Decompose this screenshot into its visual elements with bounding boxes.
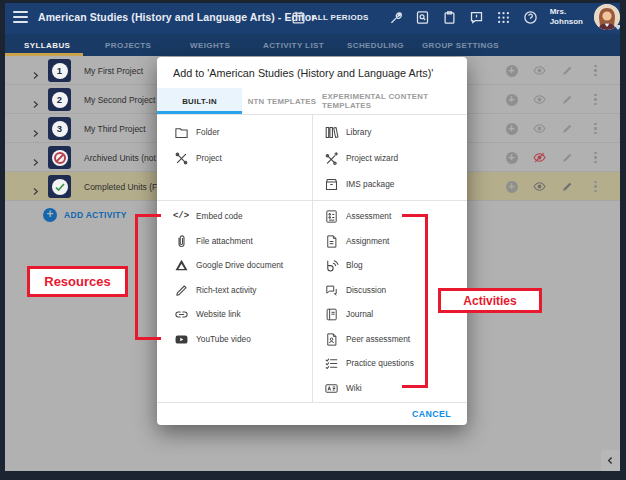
user-name[interactable]: Mrs. Johnson	[550, 7, 583, 27]
modal-item-practice-questions[interactable]: Practice questions	[312, 351, 462, 375]
add-icon[interactable]: +	[505, 122, 518, 135]
visibility-off-icon[interactable]	[533, 151, 546, 164]
modal-item-project[interactable]: Project	[157, 146, 307, 170]
modal-item-ims-package[interactable]: IMS package	[312, 172, 462, 196]
modal-item-label: YouTube video	[196, 334, 251, 344]
chevron-right-icon[interactable]	[31, 124, 40, 133]
visibility-eye-icon[interactable]	[533, 93, 546, 106]
modal-item-folder[interactable]: Folder	[157, 120, 307, 144]
edit-pencil-icon[interactable]	[561, 64, 574, 77]
books-icon	[323, 124, 339, 140]
user-avatar[interactable]	[594, 4, 620, 30]
add-icon[interactable]: +	[505, 64, 518, 77]
more-options-icon[interactable]	[589, 180, 602, 193]
blog-broadcast-icon	[323, 257, 339, 273]
chevron-right-icon[interactable]	[31, 66, 40, 75]
tab-experimental-content-templates[interactable]: EXPERIMENTAL CONTENT TEMPLATES	[322, 88, 467, 114]
help-icon[interactable]	[523, 9, 539, 25]
edit-pencil-icon[interactable]	[561, 93, 574, 106]
modal-item-label: Folder	[196, 127, 220, 137]
add-icon[interactable]: +	[505, 180, 518, 193]
check-list-icon	[323, 355, 339, 371]
check-icon	[52, 179, 68, 195]
modal-item-assessment[interactable]: Assessment	[312, 204, 462, 228]
activities-bracket-tick-bottom	[402, 385, 428, 388]
header-actions: ALL PERIODS Mrs. Johnson	[291, 0, 620, 34]
code-icon: </>	[173, 208, 189, 224]
window-frame	[0, 0, 626, 3]
blocked-icon	[52, 150, 68, 166]
chevron-right-icon[interactable]	[31, 153, 40, 162]
hamburger-menu-icon[interactable]	[13, 8, 28, 26]
more-options-icon[interactable]	[589, 64, 602, 77]
edit-pencil-icon[interactable]	[561, 180, 574, 193]
tab-group-settings[interactable]: GROUP SETTINGS	[422, 34, 499, 56]
modal-item-project-wizard[interactable]: Project wizard	[312, 146, 462, 170]
window-frame	[0, 0, 5, 480]
link-icon	[173, 306, 189, 322]
modal-item-library[interactable]: Library	[312, 120, 462, 144]
announcement-icon[interactable]	[469, 9, 485, 25]
activities-annotation-label: Activities	[438, 288, 542, 313]
clipboard-icon[interactable]	[442, 9, 458, 25]
modal-item-website-link[interactable]: Website link	[157, 302, 307, 326]
modal-item-label: Embed code	[196, 211, 243, 221]
modal-item-rich-text-activity[interactable]: Rich-text activity	[157, 278, 307, 302]
modal-item-label: Google Drive document	[196, 260, 283, 270]
edit-pencil-icon[interactable]	[561, 122, 574, 135]
modal-item-label: Assessment	[346, 211, 391, 221]
modal-item-wiki[interactable]: Wiki	[312, 376, 462, 400]
project-title: My Second Project	[84, 85, 155, 114]
add-icon[interactable]: +	[505, 93, 518, 106]
top-header: American Studies (History and Language A…	[0, 0, 626, 34]
activities-bracket-line	[425, 214, 428, 388]
add-icon[interactable]: +	[505, 151, 518, 164]
edit-pencil-icon[interactable]	[561, 151, 574, 164]
tab-activity-list[interactable]: ACTIVITY LIST	[263, 34, 324, 56]
tab-projects[interactable]: PROJECTS	[105, 34, 151, 56]
wiki-card-icon	[323, 380, 339, 396]
resources-bracket-line	[135, 214, 138, 340]
calendar-icon	[291, 9, 307, 25]
modal-item-assignment[interactable]: Assignment	[312, 229, 462, 253]
modal-item-youtube-video[interactable]: YouTube video	[157, 327, 307, 351]
all-periods-selector[interactable]: ALL PERIODS	[291, 9, 369, 25]
project-number-badge: 2	[48, 88, 71, 111]
cancel-button[interactable]: CANCEL	[412, 409, 451, 419]
project-number-badge: 1	[48, 59, 71, 82]
tab-ntn-templates[interactable]: NTN TEMPLATES	[242, 88, 322, 114]
document-search-icon[interactable]	[415, 9, 431, 25]
paperclip-icon	[173, 233, 189, 249]
apps-grid-icon[interactable]	[496, 9, 512, 25]
visibility-eye-icon[interactable]	[533, 64, 546, 77]
plus-circle-icon: +	[43, 208, 57, 222]
more-options-icon[interactable]	[589, 122, 602, 135]
chevron-right-icon[interactable]	[31, 182, 40, 191]
modal-item-peer-assessment[interactable]: Peer assessment	[312, 327, 462, 351]
page-title: American Studies (History and Language A…	[38, 11, 315, 23]
google-drive-icon	[173, 257, 189, 273]
collapse-panel-toggle[interactable]	[601, 450, 620, 471]
add-activity-button[interactable]: + ADD ACTIVITY	[43, 208, 127, 222]
notebook-icon	[323, 306, 339, 322]
modal-item-blog[interactable]: Blog	[312, 253, 462, 277]
project-title: My First Project	[84, 56, 143, 85]
modal-item-embed-code[interactable]: </> Embed code	[157, 204, 307, 228]
modal-item-label: Library	[346, 127, 371, 137]
visibility-eye-icon[interactable]	[533, 180, 546, 193]
modal-item-google-drive-document[interactable]: Google Drive document	[157, 253, 307, 277]
visibility-eye-icon[interactable]	[533, 122, 546, 135]
activities-bracket-tick-top	[402, 214, 428, 217]
tab-weights[interactable]: WEIGHTS	[190, 34, 230, 56]
chevron-right-icon[interactable]	[31, 95, 40, 104]
wrench-icon[interactable]	[388, 9, 404, 25]
modal-item-file-attachment[interactable]: File attachment	[157, 229, 307, 253]
modal-item-label: Practice questions	[346, 358, 414, 368]
more-options-icon[interactable]	[589, 151, 602, 164]
crossed-tools-sparkle-icon	[323, 150, 339, 166]
more-options-icon[interactable]	[589, 93, 602, 106]
chat-bubbles-icon	[323, 282, 339, 298]
app-screen: American Studies (History and Language A…	[0, 0, 626, 480]
modal-item-label: Assignment	[346, 236, 389, 246]
tab-scheduling[interactable]: SCHEDULING	[347, 34, 404, 56]
